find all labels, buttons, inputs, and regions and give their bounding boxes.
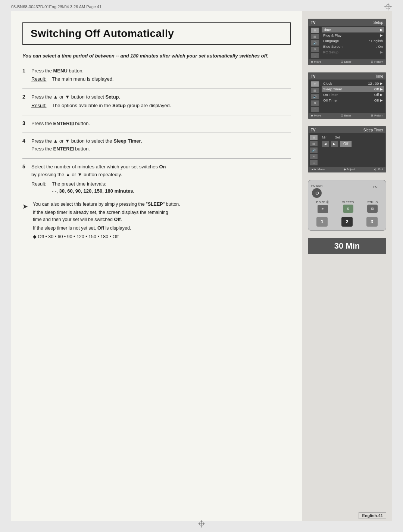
tv-icon-1: ⊞ bbox=[311, 28, 319, 33]
step-1-content: Press the MENU button. Result: The main … bbox=[31, 67, 291, 84]
sleep-timer-bold: Sleep Timer bbox=[113, 138, 141, 144]
tv-menu-plugplay: Plug & Play▶ bbox=[322, 32, 384, 38]
step-2-result-text: The options available in the Setup group… bbox=[52, 102, 171, 110]
power-label: POWER bbox=[311, 184, 322, 187]
tv-menu-time: Time▶ bbox=[322, 27, 384, 32]
tv-time-menu: Clock12 : 00 ▶ Sleep TimerOff ▶ On Timer… bbox=[322, 81, 384, 112]
tv-time-sleeptimer: Sleep TimerOff ▶ bbox=[322, 86, 384, 92]
steps-container: 1 Press the MENU button. Result: The mai… bbox=[22, 67, 291, 195]
remote-top-row: POWER ⏻ PC bbox=[311, 184, 383, 198]
tv-setup-menu: Time▶ Plug & Play▶ Language: English Blu… bbox=[322, 27, 384, 58]
enter-bold-4: ENTER⊡ bbox=[53, 146, 74, 152]
tv-setup-tv-label: TV bbox=[311, 21, 316, 25]
note-section: ➤ You can also select this feature by si… bbox=[22, 201, 291, 240]
menu-bold: MENU bbox=[53, 68, 68, 74]
step-1-result-label: Result: bbox=[31, 75, 52, 83]
step-1-number: 1 bbox=[22, 67, 31, 74]
tv-menu-language: Language: English bbox=[322, 38, 384, 44]
psize-button[interactable]: P bbox=[318, 205, 328, 213]
tv-sleep-tv-label: TV bbox=[311, 128, 316, 132]
step-3: 3 Press the ENTER⊡ button. bbox=[22, 120, 291, 128]
enter-bold-3: ENTER⊡ bbox=[53, 121, 74, 126]
print-info: 03-BN68-00437D-01Eng 2/9/04 3:26 AM Page… bbox=[11, 4, 101, 9]
on-bold: On bbox=[159, 164, 166, 169]
tv-sleep-header: TV Sleep Timer bbox=[309, 127, 385, 133]
tv-time-icon-1: ⊞ bbox=[311, 81, 319, 87]
step-2-result-label: Result: bbox=[31, 102, 52, 110]
remote-num-row: 1 2 3 bbox=[311, 217, 383, 227]
step-2: 2 Press the ▲ or ▼ button to select Setu… bbox=[22, 93, 291, 110]
step-2-number: 2 bbox=[22, 93, 31, 100]
step-3-content: Press the ENTER⊡ button. bbox=[31, 120, 291, 128]
power-group: POWER ⏻ bbox=[311, 184, 322, 198]
tv-time-offtimer: Off TimerOff ▶ bbox=[322, 97, 384, 103]
tv-time-ontimer: On TimerOff ▶ bbox=[322, 92, 384, 97]
tv-sleep-controls: Min Set ◄ ► Off bbox=[321, 133, 385, 167]
power-button[interactable]: ⏻ bbox=[312, 188, 322, 198]
sleep-left-arrow[interactable]: ◄ bbox=[322, 141, 329, 147]
btn-1[interactable]: 1 bbox=[316, 217, 328, 227]
tv-sleep-icon-5: ⁙ bbox=[310, 160, 318, 165]
tv-time-icon-2: ▤ bbox=[311, 88, 319, 93]
step-5-content: Select the number of minutes after which… bbox=[31, 163, 291, 195]
sleep-timer-controls: ◄ ► Off bbox=[322, 141, 384, 147]
page-title: Switching Off Automatically bbox=[31, 28, 283, 40]
tv-sleep-footer: ◄► Move ◆ Adjust •❙ Exit bbox=[309, 167, 385, 172]
sleep-timer-labels: Min Set bbox=[322, 136, 384, 139]
tv-menu-pcsetup: PC Setup▶ bbox=[322, 49, 384, 55]
note-arrow-icon: ➤ bbox=[22, 201, 33, 240]
tv-time-footer: ◆ Move ⊡ Enter ⊞ Return bbox=[309, 113, 385, 118]
tv-time-tv-label: TV bbox=[311, 74, 316, 78]
tv-setup-sidebar: ⊞ ▤ 🔊 ✕ ⁙ bbox=[310, 27, 320, 58]
btn-2[interactable]: 2 bbox=[341, 217, 353, 227]
left-column: Switching Off Automatically You can sele… bbox=[11, 11, 302, 521]
psize-group: P.SIZE ⓔ P bbox=[316, 200, 329, 213]
tv-sleep-body: ⊞ ▤ 🔊 ✕ ⁙ Min Set ◄ ► Off bbox=[309, 133, 385, 167]
note-line-1: You can also select this feature by simp… bbox=[33, 201, 291, 208]
psize-label: P.SIZE ⓔ bbox=[316, 200, 329, 204]
step-5-result-text: The preset time intervals: - -, 30, 60, … bbox=[52, 180, 134, 195]
tv-sleep-title: Sleep Timer bbox=[363, 128, 383, 132]
tv-icon-3: 🔊 bbox=[311, 40, 319, 46]
step-4: 4 Press the ▲ or ▼ button to select the … bbox=[22, 137, 291, 153]
right-column: TV Setup ⊞ ▤ 🔊 ✕ ⁙ Time▶ Plug & Play▶ bbox=[302, 11, 392, 521]
tv-setup-title: Setup bbox=[374, 21, 383, 25]
still-button[interactable]: St bbox=[367, 205, 378, 213]
setup-bold: Setup bbox=[105, 94, 119, 100]
tv-time-icon-4: ✕ bbox=[311, 100, 319, 106]
sleep-label: SLEEP⊙ bbox=[342, 200, 354, 204]
step-5-result-label: Result: bbox=[31, 180, 52, 195]
tv-time-panel: TV Time ⊞ ▤ 🔊 ✕ ⁙ Clock12 : 00 ▶ Sleep T… bbox=[308, 72, 386, 119]
tv-setup-panel: TV Setup ⊞ ▤ 🔊 ✕ ⁙ Time▶ Plug & Play▶ bbox=[308, 19, 386, 65]
step-5: 5 Select the number of minutes after whi… bbox=[22, 163, 291, 195]
tv-time-icon-3: 🔊 bbox=[311, 94, 319, 99]
tv-setup-body: ⊞ ▤ 🔊 ✕ ⁙ Time▶ Plug & Play▶ Language: E… bbox=[309, 26, 385, 59]
note-line-2: If the sleep timer is already set, the s… bbox=[33, 209, 291, 223]
page-footer: English-41 bbox=[359, 512, 386, 519]
tv-time-clock: Clock12 : 00 ▶ bbox=[322, 81, 384, 86]
tv-icon-5: ⁙ bbox=[311, 53, 319, 58]
pc-label: PC bbox=[373, 185, 377, 189]
remote-panel: POWER ⏻ PC P.SIZE ⓔ P SLEEP⊙ S S bbox=[308, 180, 386, 231]
tv-time-body: ⊞ ▤ 🔊 ✕ ⁙ Clock12 : 00 ▶ Sleep TimerOff … bbox=[309, 80, 385, 113]
tv-sleep-sidebar: ⊞ ▤ 🔊 ✕ ⁙ bbox=[309, 133, 319, 167]
tv-sleep-icon-1: ⊞ bbox=[310, 135, 318, 140]
still-label: STILL⊙ bbox=[367, 200, 378, 204]
tv-menu-bluescreen: Blue Screen: On bbox=[322, 44, 384, 49]
sleep-set-label: Set bbox=[335, 136, 340, 139]
tv-sleep-icon-3: 🔊 bbox=[310, 147, 318, 153]
tv-time-title: Time bbox=[375, 74, 383, 78]
tv-time-header: TV Time bbox=[309, 73, 385, 80]
intro-text: You can select a time period of between … bbox=[22, 52, 291, 60]
sleep-off-value: Off bbox=[340, 141, 352, 147]
tv-time-icon-5: ⁙ bbox=[311, 107, 319, 112]
sleep-button[interactable]: S bbox=[343, 205, 353, 213]
tv-icon-2: ▤ bbox=[311, 34, 319, 39]
btn-3[interactable]: 3 bbox=[366, 217, 378, 227]
still-group: STILL⊙ St bbox=[367, 200, 378, 213]
pc-group: PC bbox=[368, 185, 383, 197]
sleep-right-arrow[interactable]: ► bbox=[331, 141, 338, 147]
sleep-group: SLEEP⊙ S bbox=[342, 200, 354, 213]
tv-sleep-icon-4: ✕ bbox=[310, 154, 318, 159]
crosshair-icon bbox=[384, 3, 392, 10]
